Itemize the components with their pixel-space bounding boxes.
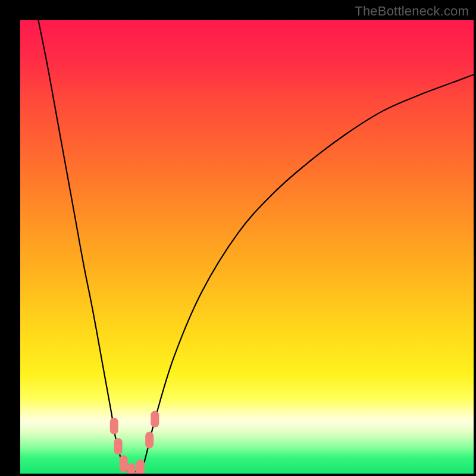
trough-marker <box>114 438 123 455</box>
trough-marker <box>145 432 154 449</box>
trough-marker <box>110 418 118 434</box>
trough-marker <box>127 463 136 474</box>
watermark-text: TheBottleneck.com <box>355 4 469 19</box>
trough-marker <box>120 455 128 472</box>
trough-marker <box>136 459 145 474</box>
plot-area <box>20 20 474 474</box>
trough-marker <box>151 411 159 428</box>
bottleneck-curve <box>20 20 474 474</box>
